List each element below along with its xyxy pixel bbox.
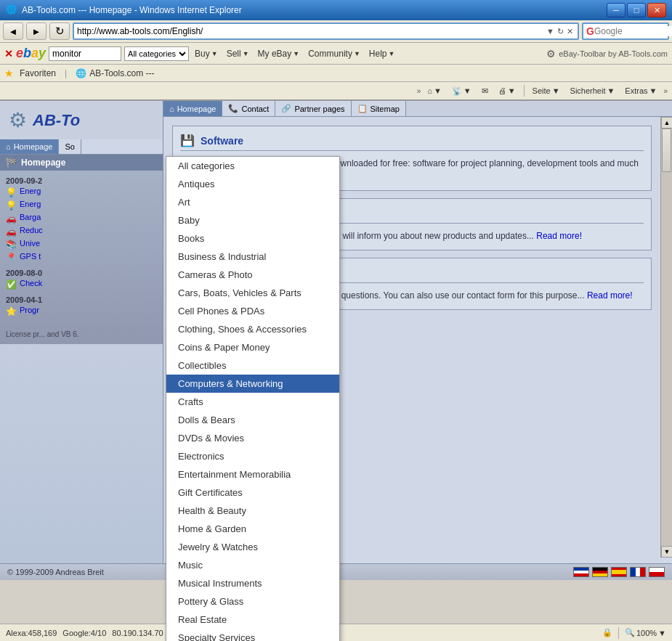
main-tab-partners[interactable]: 🔗 Partner pages (275, 101, 351, 116)
favorites-item-abt[interactable]: 🌐 AB-Tools.com --- (76, 68, 154, 78)
ebay-sell-link[interactable]: Sell ▼ (224, 47, 252, 60)
homepage-tab-icon: ⌂ (6, 142, 11, 151)
dropdown-item[interactable]: Art (166, 193, 339, 211)
ebay-community-link[interactable]: Community ▼ (305, 47, 363, 60)
news-link-7[interactable]: Check (20, 279, 42, 287)
sicherheit-tool-button[interactable]: Sicherheit ▼ (567, 85, 619, 97)
page-tool-button[interactable]: Seite ▼ (529, 85, 564, 97)
tab-so[interactable]: So (59, 139, 81, 154)
search-box-container: G 🔍 (582, 23, 669, 40)
flag-pl[interactable] (649, 567, 665, 577)
partners-label: Partner pages (294, 105, 344, 113)
refresh-small-button[interactable]: ↻ (556, 27, 565, 36)
news-link-3[interactable]: Barga (20, 213, 41, 221)
ebay-buy-link[interactable]: Buy ▼ (192, 47, 221, 60)
forward-button[interactable]: ► (26, 23, 46, 40)
category-dropdown-menu[interactable]: All categoriesAntiquesArtBabyBooksBusine… (166, 156, 340, 641)
scroll-up-button[interactable]: ▲ (661, 117, 672, 128)
dropdown-item[interactable]: Jewelry & Watches (166, 538, 339, 556)
news-item-4: 🚗 Reduc (6, 226, 157, 237)
dropdown-item[interactable]: Specialty Services (166, 629, 339, 641)
ebay-category-select[interactable]: All categories (124, 46, 189, 61)
news-item-1: 💡 Energ (6, 187, 157, 197)
search-input[interactable] (594, 26, 672, 36)
extras-tool-button[interactable]: Extras ▼ (621, 85, 660, 97)
home-tool-button[interactable]: ⌂ ▼ (424, 85, 445, 97)
news-item-6: 📍 GPS t (6, 252, 157, 263)
dropdown-item[interactable]: Entertainment Memorabilia (166, 465, 339, 483)
scroll-track[interactable] (661, 128, 672, 546)
address-input[interactable] (77, 26, 545, 36)
dropdown-item[interactable]: Cars, Boats, Vehicles & Parts (166, 284, 339, 302)
news-link-5[interactable]: Unive (20, 239, 40, 248)
dropdown-item[interactable]: Antiques (166, 175, 339, 193)
news-link-1[interactable]: Energ (20, 187, 41, 195)
favorites-star-icon: ★ (4, 68, 14, 79)
dropdown-item[interactable]: Business & Industrial (166, 248, 339, 266)
status-right: 🔒 🔍 100% ▼ (602, 627, 666, 639)
dropdown-item[interactable]: DVDs & Movies (166, 429, 339, 447)
check-icon: ✅ (6, 279, 17, 290)
back-button[interactable]: ◄ (3, 23, 23, 40)
dropdown-item[interactable]: All categories (166, 157, 339, 175)
tab-homepage[interactable]: ⌂ Homepage (0, 139, 59, 154)
dropdown-item[interactable]: Dolls & Bears (166, 411, 339, 429)
dropdown-item[interactable]: Coins & Paper Money (166, 338, 339, 356)
expand-right-icon[interactable]: » (663, 87, 668, 95)
zoom-control[interactable]: 🔍 100% ▼ (625, 628, 666, 637)
dropdown-item[interactable]: Pottery & Glass (166, 592, 339, 611)
news-link-2[interactable]: Energ (20, 200, 41, 208)
flag-es[interactable] (611, 567, 627, 577)
dropdown-item[interactable]: Electronics (166, 447, 339, 465)
main-tab-sitemap[interactable]: 📋 Sitemap (352, 101, 406, 116)
scroll-thumb[interactable] (662, 128, 671, 172)
print-tool-button[interactable]: 🖨 ▼ (495, 85, 519, 97)
feeds-icon: 📡 (452, 86, 462, 96)
dropdown-item[interactable]: Collectibles (166, 356, 339, 375)
feeds-tool-button[interactable]: 📡 ▼ (448, 85, 475, 97)
ebay-myebay-link[interactable]: My eBay ▼ (255, 47, 303, 60)
dropdown-item[interactable]: Cameras & Photo (166, 266, 339, 284)
news-link-6[interactable]: GPS t (20, 252, 41, 261)
mail-tool-button[interactable]: ✉ (478, 85, 492, 97)
favorites-divider: | (65, 68, 67, 78)
maximize-button[interactable]: □ (627, 3, 646, 17)
dropdown-item[interactable]: Home & Garden (166, 520, 339, 538)
stop-button[interactable]: ✕ (565, 27, 575, 36)
scroll-down-button[interactable]: ▼ (661, 546, 672, 558)
dropdown-item[interactable]: Health & Beauty (166, 502, 339, 520)
expand-icon[interactable]: » (417, 87, 421, 95)
contact-read-more[interactable]: Read more! (587, 290, 633, 301)
dropdown-item[interactable]: Music (166, 556, 339, 574)
refresh-button[interactable]: ↻ (49, 23, 70, 40)
main-tab-contact[interactable]: 📞 Contact (222, 101, 275, 116)
close-button[interactable]: ✕ (647, 3, 666, 17)
ebay-toolbar-close[interactable]: ✕ (4, 48, 13, 60)
dropdown-item[interactable]: Cell Phones & PDAs (166, 302, 339, 320)
go-button[interactable]: ▼ (545, 27, 556, 36)
news-link-4[interactable]: Reduc (20, 226, 43, 234)
ebay-search-input[interactable] (49, 46, 121, 61)
dropdown-item[interactable]: Real Estate (166, 611, 339, 629)
minimize-button[interactable]: ─ (607, 3, 626, 17)
sidebar-footer: License pr... and VB 6. (0, 324, 163, 344)
dropdown-item[interactable]: Musical Instruments (166, 574, 339, 592)
dropdown-item[interactable]: Gift Certificates (166, 483, 339, 502)
news-link-8[interactable]: Progr (20, 306, 39, 314)
flag-de[interactable] (592, 567, 608, 577)
homepage-tab-label: Homepage (14, 142, 53, 151)
dropdown-item[interactable]: Computers & Networking (166, 375, 339, 393)
news-item-2: 💡 Energ (6, 200, 157, 211)
dropdown-item[interactable]: Baby (166, 211, 339, 229)
dropdown-item[interactable]: Crafts (166, 393, 339, 411)
flag-uk[interactable] (573, 567, 589, 577)
ebay-help-link[interactable]: Help ▼ (366, 47, 398, 60)
site-favicon-icon: 🌐 (76, 68, 86, 78)
dropdown-item[interactable]: Books (166, 229, 339, 248)
main-homepage-label: Homepage (177, 105, 216, 113)
newsletter-read-more[interactable]: Read more! (536, 231, 582, 241)
dropdown-item[interactable]: Clothing, Shoes & Accessories (166, 320, 339, 338)
car-icon-1: 🚗 (6, 213, 17, 224)
flag-fr[interactable] (630, 567, 646, 577)
main-tab-homepage[interactable]: ⌂ Homepage (163, 101, 222, 116)
